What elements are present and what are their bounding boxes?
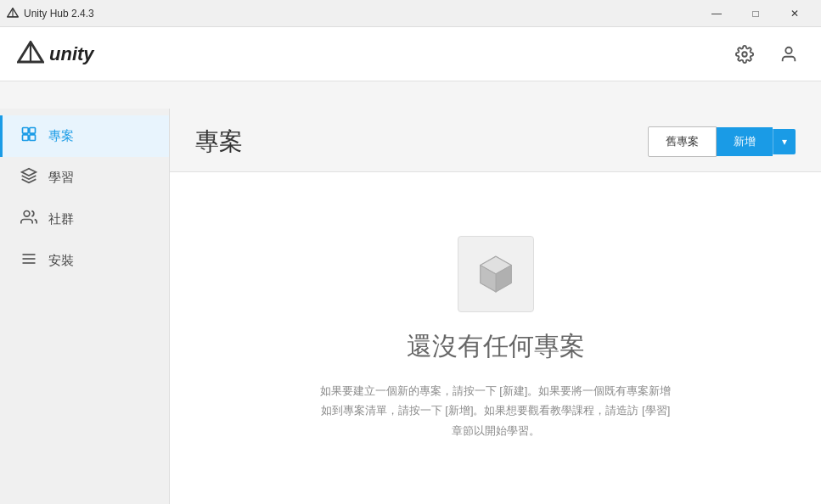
empty-state: 還沒有任何專案 如果要建立一個新的專案，請按一下 [新建]。如果要將一個既有專案…	[170, 172, 821, 504]
close-button[interactable]: ✕	[775, 0, 814, 27]
svg-point-11	[24, 211, 30, 217]
svg-rect-10	[30, 135, 36, 141]
community-icon	[20, 209, 38, 230]
empty-state-icon-container	[458, 236, 534, 312]
minimize-button[interactable]: —	[697, 0, 736, 27]
content-wrapper: 專案 學習 社群	[0, 109, 821, 504]
svg-point-6	[785, 47, 791, 53]
empty-state-description: 如果要建立一個新的專案，請按一下 [新建]。如果要將一個既有專案新增如到專案清單…	[318, 381, 674, 440]
topbar-actions	[729, 39, 804, 70]
page-title: 專案	[195, 126, 243, 158]
sidebar: 專案 學習 社群	[0, 109, 170, 504]
topbar: unity	[0, 27, 821, 81]
open-project-button[interactable]: 舊專案	[648, 126, 717, 157]
sidebar-item-installs-label: 安裝	[48, 253, 74, 269]
unity-small-icon	[7, 8, 19, 20]
new-project-dropdown-button[interactable]: ▾	[773, 129, 796, 154]
svg-rect-8	[30, 128, 36, 134]
sidebar-item-projects-label: 專案	[48, 128, 74, 144]
unity-logo-icon	[17, 41, 44, 68]
topbar-logo: unity	[17, 41, 94, 68]
installs-icon	[20, 250, 38, 272]
projects-icon	[20, 126, 38, 147]
sidebar-item-installs[interactable]: 安裝	[0, 240, 169, 282]
svg-rect-7	[23, 128, 29, 134]
sidebar-item-community[interactable]: 社群	[0, 199, 169, 240]
account-icon	[779, 45, 798, 64]
new-project-button[interactable]: 新增	[717, 127, 773, 156]
sidebar-item-learn-label: 學習	[48, 170, 74, 186]
maximize-button[interactable]: □	[736, 0, 775, 27]
cube-icon	[474, 252, 518, 296]
sidebar-item-learn[interactable]: 學習	[0, 157, 169, 199]
svg-point-5	[742, 52, 747, 57]
sidebar-item-community-label: 社群	[48, 211, 74, 227]
svg-rect-9	[23, 135, 29, 141]
page-header: 專案 舊專案 新增 ▾	[170, 109, 821, 172]
titlebar-controls: — □ ✕	[697, 0, 814, 27]
titlebar-left: Unity Hub 2.4.3	[7, 8, 94, 20]
main-content: 專案 舊專案 新增 ▾ 還沒有任何專案 如果要建立一個新的專案，請按一下 [新建…	[170, 109, 821, 504]
learn-icon	[20, 167, 38, 188]
topbar-logo-text: unity	[49, 43, 94, 65]
titlebar: Unity Hub 2.4.3 — □ ✕	[0, 0, 821, 27]
page-header-actions: 舊專案 新增 ▾	[648, 126, 796, 157]
sidebar-item-projects[interactable]: 專案	[0, 115, 169, 157]
empty-state-title: 還沒有任何專案	[407, 329, 585, 364]
titlebar-title: Unity Hub 2.4.3	[24, 8, 94, 20]
account-button[interactable]	[773, 39, 804, 70]
gear-icon	[735, 45, 754, 64]
settings-button[interactable]	[729, 39, 760, 70]
